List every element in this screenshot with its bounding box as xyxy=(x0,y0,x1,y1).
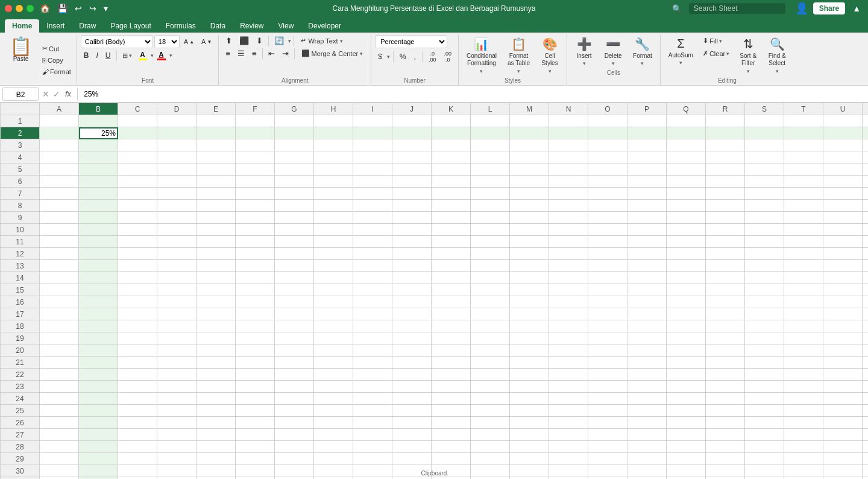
cell-M29[interactable] xyxy=(510,453,549,465)
cell-R13[interactable] xyxy=(706,260,745,272)
cell-L26[interactable] xyxy=(471,417,510,429)
cell-S4[interactable] xyxy=(745,151,784,163)
cell-I13[interactable] xyxy=(353,260,392,272)
cell-Q30[interactable] xyxy=(667,465,706,477)
formula-confirm-button[interactable]: ✓ xyxy=(52,89,61,99)
cell-O31[interactable] xyxy=(588,477,627,480)
cell-D6[interactable] xyxy=(157,176,197,188)
cell-K8[interactable] xyxy=(432,200,471,212)
formula-cancel-button[interactable]: ✕ xyxy=(41,89,51,99)
cell-T19[interactable] xyxy=(784,332,823,344)
cell-P27[interactable] xyxy=(627,429,667,441)
cell-L20[interactable] xyxy=(471,344,510,357)
row-header-26[interactable]: 26 xyxy=(1,417,40,429)
cell-O13[interactable] xyxy=(588,260,627,272)
cell-V9[interactable] xyxy=(863,212,869,224)
cell-V17[interactable] xyxy=(863,308,869,320)
cell-C23[interactable] xyxy=(118,381,157,393)
format-cells-button[interactable]: 🔧 Format ▾ xyxy=(629,35,656,68)
cell-A12[interactable] xyxy=(40,248,79,260)
cell-R6[interactable] xyxy=(706,176,745,188)
cell-N19[interactable] xyxy=(549,332,588,344)
cell-D16[interactable] xyxy=(157,296,197,308)
cell-F11[interactable] xyxy=(236,236,275,248)
cell-C29[interactable] xyxy=(118,453,157,465)
cell-F15[interactable] xyxy=(236,284,275,296)
cell-U12[interactable] xyxy=(823,248,863,260)
cell-B15[interactable] xyxy=(79,284,118,296)
font-family-select[interactable]: Calibri (Body) xyxy=(81,35,153,48)
cell-P7[interactable] xyxy=(627,188,667,200)
cell-Q24[interactable] xyxy=(667,393,706,405)
cell-G23[interactable] xyxy=(275,381,314,393)
cell-B31[interactable] xyxy=(79,477,118,480)
cell-G4[interactable] xyxy=(275,151,314,163)
cell-C8[interactable] xyxy=(118,200,157,212)
cell-R28[interactable] xyxy=(706,441,745,453)
cell-D14[interactable] xyxy=(157,272,197,284)
cell-K5[interactable] xyxy=(432,163,471,176)
cell-O19[interactable] xyxy=(588,332,627,344)
cell-C13[interactable] xyxy=(118,260,157,272)
cell-J30[interactable] xyxy=(392,465,432,477)
cell-H12[interactable] xyxy=(314,248,353,260)
copy-button[interactable]: ⎘ Copy xyxy=(39,55,74,66)
cell-J11[interactable] xyxy=(392,236,432,248)
cell-Q28[interactable] xyxy=(667,441,706,453)
search-input[interactable] xyxy=(689,3,785,14)
row-header-24[interactable]: 24 xyxy=(1,393,40,405)
cell-E12[interactable] xyxy=(197,248,236,260)
cell-A13[interactable] xyxy=(40,260,79,272)
cell-L4[interactable] xyxy=(471,151,510,163)
cell-F26[interactable] xyxy=(236,417,275,429)
cell-G19[interactable] xyxy=(275,332,314,344)
cell-V13[interactable] xyxy=(863,260,869,272)
cell-P6[interactable] xyxy=(627,176,667,188)
cell-E30[interactable] xyxy=(197,465,236,477)
cell-M13[interactable] xyxy=(510,260,549,272)
cell-B26[interactable] xyxy=(79,417,118,429)
cell-E14[interactable] xyxy=(197,272,236,284)
cell-R29[interactable] xyxy=(706,453,745,465)
cell-V28[interactable] xyxy=(863,441,869,453)
cell-N31[interactable] xyxy=(549,477,588,480)
cell-D24[interactable] xyxy=(157,393,197,405)
cell-I11[interactable] xyxy=(353,236,392,248)
cell-P5[interactable] xyxy=(627,163,667,176)
cell-P2[interactable] xyxy=(627,127,667,139)
cell-P18[interactable] xyxy=(627,320,667,332)
cell-L6[interactable] xyxy=(471,176,510,188)
cell-N1[interactable] xyxy=(549,115,588,127)
cell-K25[interactable] xyxy=(432,405,471,417)
cell-B28[interactable] xyxy=(79,441,118,453)
cell-E23[interactable] xyxy=(197,381,236,393)
cell-R15[interactable] xyxy=(706,284,745,296)
cut-button[interactable]: ✂ Cut xyxy=(39,43,74,54)
cell-T6[interactable] xyxy=(784,176,823,188)
font-color-button[interactable]: A xyxy=(155,49,168,62)
cell-S14[interactable] xyxy=(745,272,784,284)
cell-D4[interactable] xyxy=(157,151,197,163)
cell-L14[interactable] xyxy=(471,272,510,284)
cell-J29[interactable] xyxy=(392,453,432,465)
fill-color-dropdown-icon[interactable]: ▾ xyxy=(151,52,154,59)
cell-R3[interactable] xyxy=(706,139,745,151)
align-top-button[interactable]: ⬆ xyxy=(222,35,235,46)
cell-R16[interactable] xyxy=(706,296,745,308)
cell-A16[interactable] xyxy=(40,296,79,308)
cell-H24[interactable] xyxy=(314,393,353,405)
cell-E7[interactable] xyxy=(197,188,236,200)
align-left-button[interactable]: ≡ xyxy=(222,48,233,59)
cell-D12[interactable] xyxy=(157,248,197,260)
cell-Q20[interactable] xyxy=(667,344,706,357)
cell-T2[interactable] xyxy=(784,127,823,139)
col-header-q[interactable]: Q xyxy=(667,103,706,115)
cell-E19[interactable] xyxy=(197,332,236,344)
cell-I1[interactable] xyxy=(353,115,392,127)
cell-S20[interactable] xyxy=(745,344,784,357)
cell-N26[interactable] xyxy=(549,417,588,429)
cell-K3[interactable] xyxy=(432,139,471,151)
share-button[interactable]: Share xyxy=(813,2,845,14)
cell-P26[interactable] xyxy=(627,417,667,429)
cell-G26[interactable] xyxy=(275,417,314,429)
